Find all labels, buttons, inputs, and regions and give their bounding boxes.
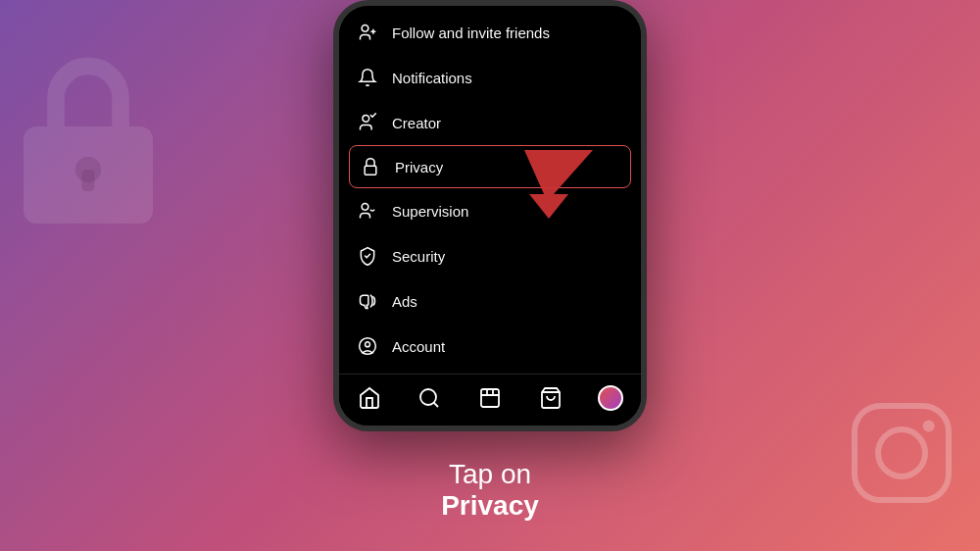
caption-line1: Tap on bbox=[441, 459, 539, 490]
menu-item-account[interactable]: Account bbox=[339, 324, 641, 369]
account-label: Account bbox=[392, 338, 445, 355]
bag-nav-icon[interactable] bbox=[537, 384, 564, 412]
svg-line-17 bbox=[434, 403, 438, 407]
menu-item-security[interactable]: Security bbox=[339, 233, 641, 278]
menu-item-notifications[interactable]: Notifications bbox=[339, 55, 641, 100]
svg-rect-3 bbox=[855, 406, 949, 500]
menu-item-follow[interactable]: Follow and invite friends bbox=[339, 10, 641, 55]
creator-label: Creator bbox=[392, 115, 441, 131]
svg-point-11 bbox=[362, 204, 368, 211]
supervision-icon bbox=[357, 200, 378, 222]
security-label: Security bbox=[392, 248, 445, 265]
profile-nav-icon[interactable] bbox=[597, 384, 624, 412]
svg-rect-10 bbox=[365, 166, 376, 175]
svg-point-5 bbox=[923, 420, 935, 431]
menu-item-creator[interactable]: Creator bbox=[339, 100, 641, 145]
phone-mockup: Follow and invite friends Notifications bbox=[333, 0, 647, 431]
svg-rect-2 bbox=[81, 170, 94, 191]
creator-icon bbox=[357, 112, 378, 133]
follow-label: Follow and invite friends bbox=[392, 25, 550, 41]
store-nav-icon[interactable] bbox=[476, 384, 504, 412]
svg-point-9 bbox=[363, 116, 369, 123]
avatar bbox=[598, 385, 623, 411]
notifications-label: Notifications bbox=[392, 70, 472, 86]
caption: Tap on Privacy bbox=[441, 459, 539, 522]
menu-item-help[interactable]: Help bbox=[339, 369, 641, 374]
svg-point-12 bbox=[360, 338, 376, 355]
svg-point-16 bbox=[420, 389, 436, 405]
shield-check-icon bbox=[357, 245, 378, 267]
phone-screen: Follow and invite friends Notifications bbox=[339, 6, 641, 426]
menu-item-ads[interactable]: Ads bbox=[339, 278, 641, 324]
svg-point-13 bbox=[366, 342, 370, 347]
lock-icon bbox=[360, 156, 381, 177]
home-nav-icon[interactable] bbox=[356, 384, 383, 412]
ads-label: Ads bbox=[392, 293, 417, 310]
menu-item-supervision[interactable]: Supervision bbox=[339, 188, 641, 233]
deco-lock-icon bbox=[0, 29, 196, 245]
bottom-nav bbox=[339, 374, 641, 426]
bell-icon bbox=[357, 67, 378, 88]
person-circle-icon bbox=[357, 335, 378, 357]
svg-rect-18 bbox=[481, 389, 499, 407]
search-nav-icon[interactable] bbox=[416, 384, 443, 412]
megaphone-icon bbox=[357, 290, 378, 312]
menu-item-privacy[interactable]: Privacy bbox=[349, 145, 631, 188]
supervision-label: Supervision bbox=[392, 203, 468, 220]
privacy-label: Privacy bbox=[395, 159, 443, 175]
svg-point-6 bbox=[362, 25, 368, 32]
svg-point-4 bbox=[878, 429, 925, 476]
caption-line2: Privacy bbox=[441, 490, 539, 522]
person-add-icon bbox=[357, 22, 378, 43]
menu-list: Follow and invite friends Notifications bbox=[339, 6, 641, 374]
deco-instagram-icon bbox=[843, 394, 960, 512]
